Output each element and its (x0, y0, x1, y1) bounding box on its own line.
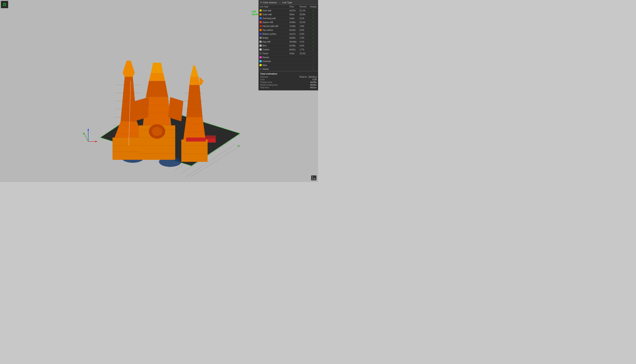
row-display-toggle[interactable]: ✓ (308, 56, 318, 59)
row-display-toggle[interactable]: ✓ (308, 52, 318, 56)
svg-line-86 (84, 134, 88, 142)
row-display-toggle[interactable]: ✓ (308, 36, 318, 40)
row-percent: 21.1% (299, 9, 309, 12)
cost-value: 5.56 (313, 78, 316, 81)
menu-icon-button[interactable] (1, 1, 8, 8)
table-row[interactable]: Brim3m30s0.9%✓ (259, 44, 318, 48)
table-row[interactable]: Gap infill16m56s4.1%✓ (259, 40, 318, 44)
line-type-table: Line Type Time Percent Display Inner wal… (259, 5, 318, 71)
total-time-label: Total time: (260, 86, 270, 89)
panel-header: ⧉ Color scheme — Line Type (259, 0, 318, 5)
row-time (288, 63, 299, 67)
svg-rect-88 (3, 3, 4, 4)
line-type-header-label: Line Type (282, 1, 292, 4)
row-display-toggle[interactable]: ✓ (308, 20, 318, 24)
table-row[interactable]: Sparse infill1h35m23.2%✓ (259, 20, 318, 24)
table-row[interactable]: Retract✓ (259, 56, 318, 59)
prepare-label: Prepare time: (260, 81, 273, 84)
row-time: 6m51s (288, 48, 299, 52)
right-panel: ⧉ Color scheme — Line Type Line Type Tim… (259, 0, 318, 90)
row-percent: 0.6% (299, 28, 309, 32)
total-estimation-title: Total estimation (260, 72, 316, 75)
row-percent: 15.3% (299, 52, 309, 56)
svg-marker-85 (95, 141, 97, 142)
row-percent: 1.9% (299, 24, 309, 28)
row-display-toggle[interactable]: ✓ (308, 28, 318, 32)
row-time: 2m23s (288, 28, 299, 32)
filament-row: Filament: 70.12 m 222.64 g (260, 76, 316, 78)
svg-rect-91 (5, 5, 6, 6)
svg-marker-58 (168, 97, 183, 122)
row-time (288, 56, 299, 59)
table-row[interactable]: Overhang wall1m0s0.2%✓ (259, 16, 318, 20)
row-display-toggle[interactable]: ✓ (308, 40, 318, 44)
row-display-toggle[interactable]: ✓ (308, 63, 318, 67)
row-percent (299, 59, 309, 63)
col-display: Display (308, 5, 318, 9)
svg-marker-51 (146, 81, 168, 97)
table-row[interactable]: Bottom surface1m17s0.3%✓ (259, 32, 318, 36)
total-estimation: Total estimation Filament: 70.12 m 222.6… (259, 71, 318, 90)
col-percent: Percent (299, 5, 309, 9)
col-line-type: Line Type (259, 5, 288, 9)
row-display-toggle[interactable]: ✓ (308, 59, 318, 63)
row-percent: 1.7% (299, 48, 309, 52)
table-row[interactable]: Travel1h3m15.3%✓ (259, 52, 318, 56)
total-time-row: Total time: 6h51m (260, 86, 316, 89)
table-row[interactable]: Wipe✓ (259, 63, 318, 67)
table-row[interactable]: Top surface2m23s0.6%✓ (259, 28, 318, 32)
row-percent: 4.1% (299, 40, 309, 44)
color-scheme-icon: ⧉ (260, 1, 262, 4)
svg-marker-55 (149, 73, 165, 81)
table-row[interactable]: Custom6m51s1.7%✓ (259, 48, 318, 52)
model-print-value: 6h44m (310, 84, 316, 86)
separator: — (278, 1, 281, 4)
row-time: 1h27m (288, 9, 299, 12)
row-percent (299, 63, 309, 67)
total-time-value: 6h51m (310, 86, 316, 89)
table-row[interactable]: Seams✓ (259, 67, 318, 71)
row-display-toggle[interactable]: ✓ (308, 48, 318, 52)
row-percent (299, 56, 309, 59)
svg-marker-73 (200, 77, 204, 85)
row-time: 1h3m (288, 52, 299, 56)
table-row[interactable]: Outer wall2h3m29.8%✓ (259, 12, 318, 16)
filament-value: 70.12 m 222.64 g (299, 76, 316, 78)
row-display-toggle[interactable]: ✓ (308, 44, 318, 48)
table-row[interactable]: Internal solid infill7m39s1.9%✓ (259, 24, 318, 28)
svg-marker-70 (181, 140, 208, 162)
row-display-toggle[interactable]: ✓ (308, 12, 318, 16)
row-time: 1h35m (288, 20, 299, 24)
layer-info: 1 0.20 (311, 176, 316, 180)
row-percent: 29.8% (299, 12, 309, 16)
row-percent: 0.9% (299, 44, 309, 48)
row-percent: 0.3% (299, 32, 309, 36)
row-time (288, 67, 299, 71)
svg-marker-83 (88, 128, 89, 130)
row-display-toggle[interactable]: ✓ (308, 67, 318, 71)
row-time: 16m56s (288, 40, 299, 44)
row-percent (299, 67, 309, 71)
svg-marker-72 (191, 65, 199, 77)
row-percent: 1.0% (299, 36, 309, 40)
svg-marker-71 (190, 77, 200, 85)
table-row[interactable]: Unretract✓ (259, 59, 318, 63)
row-display-toggle[interactable]: ✓ (308, 32, 318, 36)
row-time: 2h3m (288, 12, 299, 16)
row-display-toggle[interactable]: ✓ (308, 16, 318, 20)
svg-point-60 (152, 127, 162, 136)
row-time (288, 59, 299, 63)
svg-marker-39 (123, 73, 135, 77)
layer-current: 246.00 (252, 13, 258, 16)
row-display-toggle[interactable]: ✓ (308, 24, 318, 28)
svg-rect-89 (5, 3, 6, 4)
cost-label: Cost: (260, 78, 265, 81)
row-display-toggle[interactable]: ✓ (308, 9, 318, 12)
row-time: 1m0s (288, 16, 299, 20)
table-row[interactable]: Bridge3m55s1.0%✓ (259, 36, 318, 40)
table-header-row: Line Type Time Percent Display (259, 5, 318, 9)
row-time: 7m39s (288, 24, 299, 28)
cost-row: Cost: 5.56 (260, 78, 316, 81)
model-print-row: Model printing time: 6h44m (260, 84, 316, 86)
table-row[interactable]: Inner wall1h27m21.1%✓ (259, 9, 318, 12)
